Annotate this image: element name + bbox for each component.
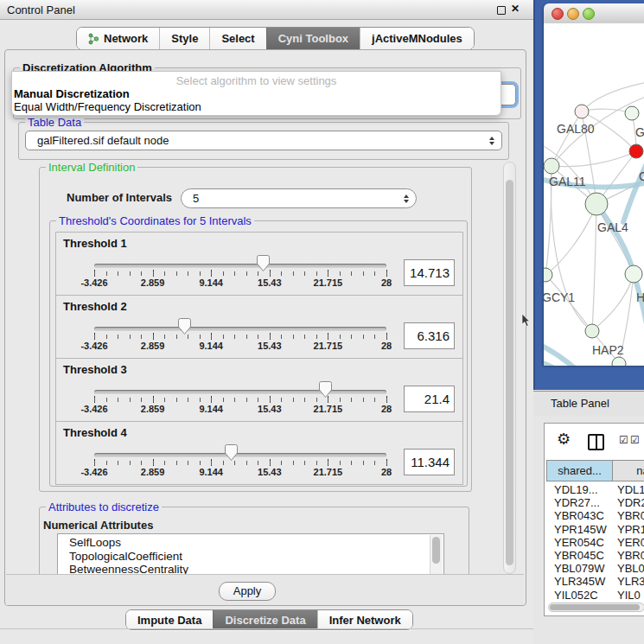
close-traffic-light-icon[interactable] xyxy=(552,8,564,20)
attribute-list-item[interactable]: BetweennessCentrality xyxy=(58,563,443,574)
attribute-list-item[interactable]: TopologicalCoefficient xyxy=(58,550,443,564)
float-window-icon[interactable] xyxy=(497,6,506,15)
tick-label: 9.144 xyxy=(199,467,223,477)
tab-impute-data[interactable]: Impute Data xyxy=(126,610,213,629)
scrollbar-thumb[interactable] xyxy=(550,604,640,610)
slider-tick-labels: -3.4262.8599.14415.4321.71528 xyxy=(94,404,386,415)
cell-name: YDL1 xyxy=(613,483,644,496)
tick-label: 15.43 xyxy=(258,341,282,351)
control-panel-titlebar: Control Panel ✕ xyxy=(0,0,533,20)
cell-shared-name: YLR345W xyxy=(546,575,613,588)
group-title: Attributes to discretize xyxy=(46,501,162,513)
scrollbar-thumb[interactable] xyxy=(506,180,513,565)
algorithm-dropdown-popup: Select algorithm to view settings Manual… xyxy=(11,71,501,116)
network-node-label: H xyxy=(636,290,644,304)
slider-thumb[interactable] xyxy=(178,318,191,335)
column-header-shared-name[interactable]: shared... xyxy=(546,460,613,481)
network-node[interactable] xyxy=(625,265,642,283)
cell-shared-name: YER054C xyxy=(546,536,613,549)
control-panel-tabs: Network Style Select Cyni Toolbox jActiv… xyxy=(76,27,475,50)
network-node[interactable] xyxy=(585,193,608,215)
table-row[interactable]: YDL19...YDL1 xyxy=(546,483,644,496)
threshold-value-field[interactable]: 21.4 xyxy=(404,386,455,412)
tick-label: 15.43 xyxy=(258,277,282,288)
threshold-value-field[interactable]: 14.713 xyxy=(404,259,455,286)
tab-infer-network[interactable]: Infer Network xyxy=(317,610,412,629)
slider-thumb[interactable] xyxy=(225,444,238,461)
tab-label: Discretize Data xyxy=(225,614,305,627)
cell-name: YER0 xyxy=(613,536,644,549)
apply-strip: Apply xyxy=(6,574,524,605)
table-row[interactable]: YPR145WYPR1 xyxy=(546,523,644,536)
tick-label: 9.144 xyxy=(199,277,223,288)
slider-thumb[interactable] xyxy=(257,255,270,271)
dropdown-option-manual[interactable]: Manual Discretization xyxy=(14,87,130,100)
tab-jactivemnodules[interactable]: jActiveMNodules xyxy=(360,28,474,49)
network-node-label: GA xyxy=(635,125,644,139)
apply-button[interactable]: Apply xyxy=(219,582,276,601)
table-row[interactable]: YLR345WYLR3 xyxy=(546,575,644,588)
table-row[interactable]: YER054CYER0 xyxy=(546,536,644,549)
numerical-attributes-list[interactable]: SelfLoopsTopologicalCoefficientBetweenne… xyxy=(57,533,444,574)
table-row[interactable]: YBR043CYBR0 xyxy=(546,509,644,522)
cell-name: YDR2 xyxy=(613,496,644,509)
slider-track[interactable] xyxy=(94,453,386,457)
network-node[interactable] xyxy=(625,106,639,120)
slider-minor-ticks xyxy=(94,335,387,339)
network-node[interactable] xyxy=(629,144,643,158)
column-settings-icon[interactable] xyxy=(588,434,604,450)
tab-cyni-toolbox[interactable]: Cyni Toolbox xyxy=(266,28,360,49)
dropdown-option-equal-width[interactable]: Equal Width/Frequency Discretization xyxy=(14,100,201,113)
tick-label: 21.715 xyxy=(314,404,343,414)
tab-select[interactable]: Select xyxy=(209,28,265,49)
panel-title: Control Panel xyxy=(7,3,75,16)
slider-thumb[interactable] xyxy=(319,381,332,398)
threshold-value-field[interactable]: 11.344 xyxy=(404,449,455,475)
dropdown-hint: Select algorithm to view settings xyxy=(12,74,501,87)
threshold-label: Threshold 3 xyxy=(63,363,127,376)
network-node[interactable] xyxy=(544,158,559,174)
network-node-label: C xyxy=(639,169,644,183)
table-row[interactable]: YBR045CYBR0 xyxy=(546,549,644,562)
cell-shared-name: YBR045C xyxy=(546,549,613,562)
slider-tick-labels: -3.4262.8599.14415.4321.71528 xyxy=(94,277,386,289)
gear-icon[interactable]: ⚙ xyxy=(557,431,571,447)
tab-discretize-data[interactable]: Discretize Data xyxy=(213,610,316,629)
slider-track[interactable] xyxy=(94,390,386,394)
column-header-name[interactable]: na xyxy=(613,460,644,481)
table-row[interactable]: YIL052CYIL0 xyxy=(546,589,644,602)
slider-track[interactable] xyxy=(94,264,386,268)
tab-network[interactable]: Network xyxy=(77,28,159,49)
list-scrollbar[interactable] xyxy=(430,535,443,574)
close-icon[interactable]: ✕ xyxy=(511,3,520,15)
scrollbar-thumb[interactable] xyxy=(432,537,440,564)
threshold-value-field[interactable]: 6.316 xyxy=(404,322,455,349)
tab-label: Select xyxy=(221,32,254,45)
tick-label: -3.426 xyxy=(80,467,107,477)
slider-track[interactable] xyxy=(94,327,386,331)
attribute-list-item[interactable]: SelfLoops xyxy=(58,536,443,550)
checkbox-icon[interactable]: ☑ xyxy=(630,434,640,446)
table-data-combobox[interactable]: galFiltered.sif default node xyxy=(25,131,502,150)
number-of-intervals-combobox[interactable]: 5 xyxy=(181,188,417,208)
network-node-label: GAL11 xyxy=(549,175,586,188)
slider-minor-ticks xyxy=(94,398,387,402)
checkbox-icon[interactable]: ☑ xyxy=(619,434,628,446)
panel-scrollbar[interactable] xyxy=(503,162,516,574)
minimize-traffic-light-icon[interactable] xyxy=(567,8,579,20)
network-node-label: GAL4 xyxy=(597,220,628,234)
table-row[interactable]: YDR27...YDR2 xyxy=(546,496,644,509)
network-canvas[interactable]: GAL80GAGAL11CGAL4HGCY1HAP2 xyxy=(544,23,644,366)
table-horizontal-scrollbar[interactable] xyxy=(548,603,644,612)
tick-label: -3.426 xyxy=(80,277,107,288)
network-node[interactable] xyxy=(575,105,589,118)
tab-style[interactable]: Style xyxy=(159,28,209,49)
network-node[interactable] xyxy=(612,357,626,366)
slider-tick-labels: -3.4262.8599.14415.4321.71528 xyxy=(94,341,386,352)
zoom-traffic-light-icon[interactable] xyxy=(583,8,595,20)
network-node[interactable] xyxy=(585,324,599,338)
network-window: GAL80GAGAL11CGAL4HGCY1HAP2 xyxy=(544,3,644,366)
cell-name: YIL0 xyxy=(613,589,641,602)
table-rows: YDL19...YDL1YDR27...YDR2YBR043CYBR0YPR14… xyxy=(546,483,644,602)
table-row[interactable]: YBL079WYBL0 xyxy=(546,562,644,575)
